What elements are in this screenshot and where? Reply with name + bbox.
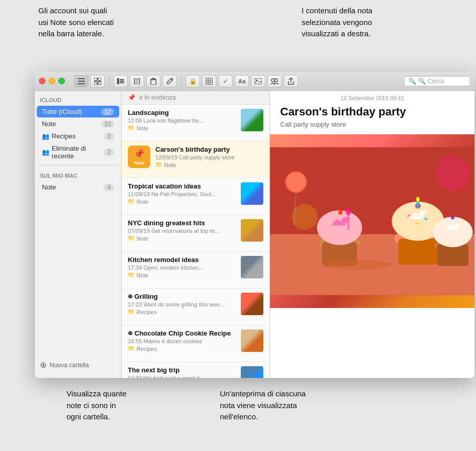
note-thumbnail-trip (241, 366, 263, 378)
svg-rect-31 (398, 239, 438, 265)
note-thumbnail-nyc (241, 219, 263, 242)
note-item-grilling[interactable]: ⊕ Grilling 17:23 Want do some grilling t… (122, 289, 269, 325)
svg-rect-0 (78, 78, 85, 79)
note-folder: 📁 Note (128, 272, 237, 278)
svg-point-39 (317, 210, 362, 245)
maximize-button[interactable] (58, 78, 65, 84)
svg-point-26 (271, 79, 275, 82)
folder-icon: 📁 (128, 125, 135, 131)
note-detail-panel: 12 Settembre 2019 09:41 Carson's birthda… (270, 91, 474, 378)
shared-badge: ⊕ (128, 293, 132, 300)
svg-rect-17 (151, 80, 156, 85)
media-button[interactable] (251, 75, 265, 87)
svg-rect-2 (78, 83, 85, 84)
collab-button[interactable] (267, 75, 282, 87)
note-item-tropical[interactable]: Tropical vacation ideas 11/09/19 Na Pali… (122, 178, 269, 215)
note-title: ⊕ Chocolate Chip Cookie Recipe (128, 329, 237, 337)
compose-button[interactable] (163, 75, 177, 87)
folder-icon: 📁 (155, 161, 163, 168)
note-detail-title: Carson's birthday party (280, 105, 464, 118)
share-button[interactable] (284, 75, 298, 87)
format-button[interactable]: Aa (235, 75, 249, 87)
notes-list-button[interactable] (130, 75, 144, 87)
svg-rect-42 (437, 244, 468, 266)
note-item-landscaping[interactable]: Landscaping 12:06 Look into flagstone fo… (122, 105, 269, 141)
svg-rect-1 (78, 81, 85, 82)
note-item-birthday[interactable]: 📌 Note Carson's birthday party 12/09/19 … (122, 141, 269, 178)
note-folder: 📁 Note (128, 235, 237, 242)
sidebar-item-note-mac[interactable]: Note 4 (37, 181, 119, 193)
note-folder: 📁 Note (128, 198, 237, 205)
shared-icon-recipes: 👥 (42, 133, 50, 140)
sidebar-item-tutte[interactable]: Tutte (iCloud) 12 (37, 106, 119, 117)
note-title: Kitchen remodel ideas (128, 256, 237, 264)
note-thumbnail-kitchen (241, 256, 263, 278)
folder-icon: 📁 (128, 235, 135, 242)
birthday-image-svg (270, 134, 474, 308)
note-item-cookie[interactable]: ⊕ Chocolate Chip Cookie Recipe 16:55 Mak… (122, 325, 269, 362)
folder-icon: 📁 (128, 308, 135, 315)
svg-point-49 (435, 156, 470, 191)
note-meta: 11/09/19 Na Pali Properties, Sout... (128, 191, 237, 197)
note-item-trip[interactable]: The next big trip 12:33 We had such a gr… (122, 362, 269, 378)
note-thumbnail-cookie (241, 329, 263, 352)
table-button[interactable] (202, 75, 216, 87)
sidebar-divider (39, 165, 117, 165)
close-button[interactable] (39, 78, 46, 84)
svg-rect-53 (347, 212, 349, 230)
minimize-button[interactable] (49, 78, 55, 84)
note-title: Carson's birthday party (155, 146, 263, 153)
note-folder: 📁 Recipes (128, 345, 237, 352)
svg-rect-4 (98, 78, 101, 81)
svg-point-40 (338, 210, 343, 215)
svg-point-44 (451, 216, 455, 220)
annotation-bottom-left: Visualizza quante note ci sono in ogni c… (66, 388, 126, 423)
shared-icon-eliminate: 👥 (42, 149, 50, 156)
folder-icon: 📁 (128, 272, 135, 278)
titlebar: 🔒 ✓ Aa 🔍 🔍 Cerca (35, 72, 474, 91)
note-item-nyc[interactable]: NYC dining greatest hits 07/09/19 Get re… (122, 215, 269, 252)
note-meta: 07/09/19 Get reservations at top re... (128, 228, 237, 234)
grid-view-button[interactable] (90, 75, 105, 87)
pin-icon: 📌 (128, 94, 135, 101)
note-meta: 12/09/19 Call party supply store (155, 154, 263, 160)
main-window: 🔒 ✓ Aa 🔍 🔍 Cerca iCloud (35, 72, 474, 378)
search-icon: 🔍 (409, 78, 416, 85)
separator-2 (181, 76, 182, 86)
search-box[interactable]: 🔍 🔍 Cerca (404, 76, 470, 86)
folder-icon: 📁 (128, 198, 135, 205)
pin-badge: 📌 Note (128, 146, 150, 168)
note-title: Tropical vacation ideas (128, 182, 237, 190)
shared-badge: ⊕ (128, 330, 132, 337)
svg-rect-9 (120, 81, 124, 82)
notes-list: 📌 # In evidenza Landscaping 12:06 Look i… (122, 91, 270, 378)
sidebar-item-recipes[interactable]: 👥 Recipes 2 (37, 130, 119, 142)
svg-rect-5 (94, 82, 97, 85)
annotation-top-left: Gli account sui quali usi Note sono elen… (38, 5, 114, 40)
svg-rect-10 (120, 82, 124, 83)
toolbar: 🔒 ✓ Aa (74, 75, 298, 87)
annotation-top-right: I contenuti della nota selezionata vengo… (302, 5, 372, 40)
sidebar-item-note-icloud[interactable]: Note 10 (37, 118, 119, 130)
note-item-kitchen[interactable]: Kitchen remodel ideas 17:34 Open, modern… (122, 252, 269, 289)
svg-point-27 (275, 79, 278, 82)
note-title: The next big trip (128, 366, 237, 374)
search-placeholder: 🔍 Cerca (418, 78, 444, 85)
note-folder: 📁 Recipes (128, 308, 237, 315)
new-folder-button[interactable]: ⊕ Nuova cartella (35, 357, 122, 373)
svg-point-54 (346, 208, 351, 215)
plus-icon: ⊕ (40, 360, 47, 370)
delete-button[interactable] (146, 75, 161, 87)
list-view-button[interactable] (74, 75, 88, 87)
lock-button[interactable]: 🔒 (186, 75, 200, 87)
checklist-button[interactable]: ✓ (218, 75, 233, 87)
svg-point-45 (322, 259, 392, 270)
sidebar-toggle-button[interactable] (114, 75, 128, 87)
note-meta: 17:34 Open, modern kitchen... (128, 265, 237, 271)
note-detail-date: 12 Settembre 2019 09:41 (270, 91, 474, 105)
note-meta: 16:55 Makes 4 dozen cookies (128, 338, 237, 344)
note-meta: 12:06 Look into flagstone for... (128, 117, 237, 124)
separator-1 (109, 76, 109, 86)
sidebar-item-eliminate[interactable]: 👥 Eliminate di recente 2 (37, 143, 119, 162)
note-thumbnail-tropical (241, 182, 263, 205)
